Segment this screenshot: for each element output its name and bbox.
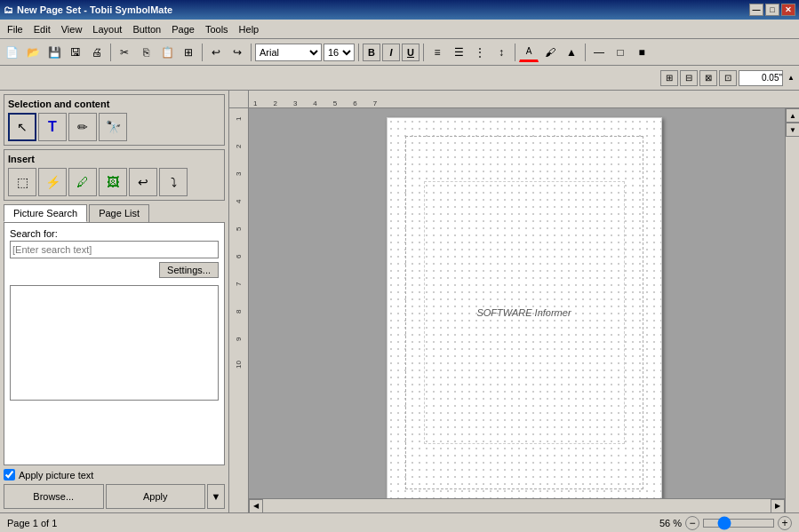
pointer-tool[interactable]: ↖ (8, 113, 36, 141)
bottom-controls: Apply picture text Browse... Apply ▼ (4, 469, 225, 509)
insert-cell-btn[interactable]: ⬚ (8, 168, 36, 196)
copy-button[interactable]: ⎘ (136, 43, 156, 62)
align-center-button[interactable]: ☰ (449, 43, 468, 62)
browse-button[interactable]: Browse... (4, 484, 104, 509)
paste-button[interactable]: 📋 (157, 43, 177, 62)
spacing-up[interactable]: ▲ (785, 74, 797, 82)
insert-nav-btn[interactable]: ↩ (129, 168, 157, 196)
fill-button[interactable]: ■ (632, 43, 651, 62)
toolbar: 📄 📂 💾 🖫 🖨 ✂ ⎘ 📋 ⊞ ↩ ↪ Arial 16 B I U ≡ ☰… (0, 39, 799, 66)
minimize-button[interactable]: — (749, 4, 763, 16)
menu-edit[interactable]: Edit (28, 22, 56, 36)
spacing-input[interactable] (739, 70, 783, 86)
ruler-v-tick: 3 (235, 168, 243, 176)
apply-text-checkbox[interactable] (4, 469, 15, 480)
font-select[interactable]: Arial (255, 44, 322, 61)
zoom-in-button[interactable]: + (778, 516, 792, 530)
print-button[interactable]: 🖨 (87, 43, 107, 62)
menu-file[interactable]: File (2, 22, 28, 36)
text-tool[interactable]: T (38, 113, 67, 141)
cut-button[interactable]: ✂ (115, 43, 134, 62)
vscrollbar: ▲ ▼ (785, 108, 799, 512)
new-button[interactable]: 📄 (2, 43, 21, 62)
menu-layout[interactable]: Layout (87, 22, 127, 36)
sep2 (202, 44, 203, 61)
title-bar: 🗂 New Page Set - Tobii SymbolMate — □ ✕ (0, 0, 799, 20)
dropper-tool[interactable]: 🔭 (99, 113, 127, 141)
zoom-out-button[interactable]: − (685, 516, 699, 530)
apply-text-row: Apply picture text (4, 469, 225, 480)
sep5 (423, 44, 424, 61)
page-inner: SOFTWARE Informer (405, 136, 643, 489)
ruler-left-content: 1 2 3 4 5 6 7 8 9 10 (235, 108, 243, 388)
fill-color-button[interactable]: ▲ (562, 43, 581, 62)
settings-button[interactable]: Settings... (159, 262, 219, 278)
align-left-button[interactable]: ≡ (427, 43, 447, 62)
selection-group: Selection and content ↖ T ✏ 🔭 (4, 94, 225, 146)
insert-special-btn[interactable]: ⤵ (159, 168, 188, 196)
toolbar2: ⊞ ⊟ ⊠ ⊡ ▲ (0, 66, 799, 91)
ruler-v-tick: 4 (235, 195, 243, 203)
menu-page[interactable]: Page (166, 22, 200, 36)
size-select[interactable]: 16 (324, 44, 355, 61)
undo-button[interactable]: ↩ (206, 43, 226, 62)
status-bar: Page 1 of 1 56 % − + (0, 512, 799, 532)
ruler-v-tick: 7 (235, 278, 243, 286)
save-as-button[interactable]: 🖫 (66, 43, 85, 62)
insert-image-btn[interactable]: 🖼 (99, 168, 127, 196)
ruler-v-tick: 10 (235, 361, 243, 369)
hscrollbar: ◀ ▶ (249, 498, 785, 512)
apply-row: Browse... Apply ▼ (4, 484, 225, 509)
tab-content: Search for: Settings... (4, 222, 225, 465)
scroll-left-arrow[interactable]: ◀ (249, 499, 263, 513)
bold-button[interactable]: B (363, 44, 380, 61)
insert-color-btn[interactable]: 🖊 (68, 168, 97, 196)
search-input[interactable] (10, 241, 219, 258)
scroll-up-arrow[interactable]: ▲ (786, 108, 799, 123)
close-button[interactable]: ✕ (781, 4, 795, 16)
sep7 (585, 44, 586, 61)
menu-tools[interactable]: Tools (200, 22, 234, 36)
insert-group: Insert ⬚ ⚡ 🖊 🖼 ↩ ⤵ (4, 149, 225, 201)
maximize-button[interactable]: □ (765, 4, 779, 16)
line-height-button[interactable]: ↕ (491, 43, 511, 62)
align-right-button[interactable]: ⋮ (470, 43, 490, 62)
apply-button[interactable]: Apply (106, 484, 206, 509)
page-watermark: SOFTWARE Informer (476, 307, 571, 318)
underline-button[interactable]: U (402, 44, 419, 61)
apply-dropdown-button[interactable]: ▼ (207, 484, 225, 509)
ruler-left: 1 2 3 4 5 6 7 8 9 10 (229, 108, 249, 512)
tabs: Picture Search Page List (4, 204, 225, 222)
tab-page-list[interactable]: Page List (89, 204, 149, 222)
grid-btn4[interactable]: ⊡ (719, 70, 737, 86)
open-button[interactable]: 📂 (23, 43, 43, 62)
search-results (10, 285, 219, 401)
ruler-tick: 2 (273, 99, 276, 107)
paste-special-button[interactable]: ⊞ (179, 43, 198, 62)
rect-button[interactable]: □ (611, 43, 630, 62)
title-bar-left: 🗂 New Page Set - Tobii SymbolMate (4, 4, 172, 15)
grid-btn1[interactable]: ⊞ (660, 70, 678, 86)
scroll-right-arrow[interactable]: ▶ (771, 499, 785, 513)
ruler-tick: 6 (353, 99, 356, 107)
menu-help[interactable]: Help (234, 22, 265, 36)
scroll-down-arrow[interactable]: ▼ (786, 123, 799, 137)
text-color-button[interactable]: A (519, 43, 539, 62)
grid-btn3[interactable]: ⊠ (699, 70, 717, 86)
pencil-tool[interactable]: ✏ (68, 113, 97, 141)
italic-button[interactable]: I (382, 44, 400, 61)
menu-button[interactable]: Button (127, 22, 166, 36)
tab-picture-search[interactable]: Picture Search (4, 204, 87, 222)
redo-button[interactable]: ↪ (228, 43, 247, 62)
save-button[interactable]: 💾 (44, 43, 64, 62)
search-label: Search for: (10, 228, 219, 239)
insert-link-btn[interactable]: ⚡ (38, 168, 67, 196)
page: SOFTWARE Informer (387, 117, 662, 508)
menu-view[interactable]: View (56, 22, 88, 36)
ruler-v-tick: 2 (235, 140, 243, 148)
insert-tools: ⬚ ⚡ 🖊 🖼 ↩ ⤵ (8, 168, 220, 196)
grid-btn2[interactable]: ⊟ (680, 70, 698, 86)
line-button[interactable]: — (589, 43, 609, 62)
highlight-button[interactable]: 🖌 (540, 43, 560, 62)
zoom-slider[interactable] (703, 519, 774, 528)
